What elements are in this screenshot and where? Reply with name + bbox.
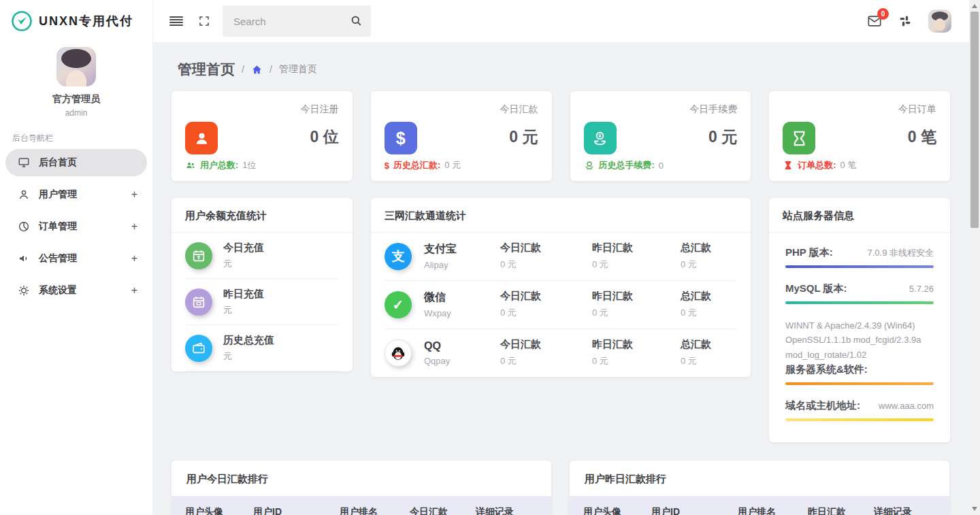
recharge-row-label: 今日充值	[223, 242, 264, 254]
scrollbar-thumb[interactable]	[970, 12, 979, 228]
page-title: 管理首页	[178, 60, 235, 79]
coin-small-icon	[584, 160, 595, 171]
channel-row-alipay: 支 支付宝 Alipay 今日汇款 0 元 昨日汇款 0 元 总汇款 0 元	[385, 233, 737, 281]
logo[interactable]: UNXN专用代付	[0, 0, 152, 39]
sidebar-item-announcements[interactable]: 公告管理 +	[5, 245, 147, 272]
recharge-row-value: 元	[223, 350, 274, 363]
server-domain-row: 域名或主机地址: www.aaa.com	[785, 399, 934, 421]
php-version-value: 7.0.9 非线程安全	[867, 247, 934, 259]
stat-value: 0 位	[310, 127, 339, 148]
pie-icon	[18, 220, 30, 233]
recharge-row-value: 元	[223, 258, 264, 270]
sidebar-item-label: 系统设置	[39, 284, 77, 297]
server-progress-bar	[785, 382, 934, 385]
channel-sub: Wxpay	[424, 308, 500, 318]
column-header: 用户排名	[738, 506, 808, 515]
ranking-card-title: 用户昨日汇款排行	[585, 473, 666, 484]
stat-label: 今日订单	[898, 103, 936, 116]
sidebar-item-users[interactable]: 用户管理 +	[5, 181, 147, 208]
sidebar-user-role: admin	[0, 108, 152, 118]
sidebar-item-orders[interactable]: 订单管理 +	[5, 213, 147, 240]
yesterday-ranking-card: 用户昨日汇款排行 用户头像 用户ID 用户排名 昨日汇款 详细记录	[570, 461, 949, 515]
scroll-up-icon[interactable]	[972, 4, 977, 8]
stat-card-orders: 今日订单 0 笔 订单总数: 0 笔	[769, 91, 950, 181]
stat-bottom-label: 历史总汇款:	[393, 159, 440, 171]
channels-card: 三网汇款通道统计 支 支付宝 Alipay 今日汇款 0 元 昨日汇款 0 元 …	[371, 198, 751, 377]
list-item: 昨日充值 元	[185, 279, 339, 325]
search-input[interactable]	[223, 5, 371, 37]
scrollbar[interactable]	[969, 0, 980, 515]
recharge-row-label: 历史总充值	[223, 334, 274, 347]
alipay-icon: 支	[385, 243, 412, 270]
domain-value: www.aaa.com	[879, 401, 934, 411]
breadcrumb: 管理首页 / / 管理首页	[178, 60, 950, 79]
main-content: 管理首页 / / 管理首页 今日注册 0 位 用户总数: 1位	[153, 42, 969, 515]
stat-card-fees: 今日手续费 0 元 历史总手续费: 0	[570, 91, 751, 181]
user-icon	[18, 188, 30, 201]
calendar-yen-icon	[185, 242, 212, 269]
stat-bottom-label: 订单总数:	[798, 159, 836, 171]
plus-icon[interactable]: +	[131, 284, 137, 297]
wechat-icon: ✓	[385, 291, 412, 318]
channel-col-value: 0 元	[592, 355, 681, 367]
server-software-label: 服务器系统&软件:	[785, 363, 868, 376]
sidebar-item-label: 用户管理	[39, 188, 77, 201]
list-item: 历史总充值 元	[185, 325, 339, 371]
server-php-row: PHP 版本: 7.0.9 非线程安全	[785, 246, 934, 268]
sidebar-avatar[interactable]	[56, 47, 96, 86]
table-header-row: 用户头像 用户ID 用户排名 今日汇款 详细记录	[172, 496, 551, 515]
plus-icon[interactable]: +	[131, 188, 137, 201]
sidebar-user-name: 官方管理员	[0, 93, 152, 105]
mysql-version-value: 5.7.26	[909, 284, 934, 294]
search-icon[interactable]	[350, 14, 363, 27]
menu-toggle-icon[interactable]	[169, 16, 183, 26]
channel-col-value: 0 元	[592, 307, 681, 319]
channel-col-value: 0 元	[500, 259, 592, 271]
channel-col-label: 昨日汇款	[592, 242, 681, 254]
calendar-icon	[185, 288, 212, 316]
column-header: 用户头像	[583, 506, 651, 515]
recharge-card: 用户余额充值统计 今日充值 元	[172, 198, 353, 371]
server-software-line: mod_log_rotate/1.02	[785, 348, 934, 362]
domain-progress-bar	[785, 418, 934, 421]
channel-sub: Qqpay	[424, 356, 500, 366]
channel-col-label: 昨日汇款	[592, 290, 681, 303]
sidebar-item-dashboard[interactable]: 后台首页	[5, 149, 147, 176]
hourglass-icon	[783, 122, 815, 154]
channel-col-value: 0 元	[681, 307, 737, 319]
column-header: 用户ID	[253, 506, 340, 515]
stat-card-remit: 今日汇款 $ 0 元 $ 历史总汇款: 0 元	[371, 91, 552, 181]
plus-icon[interactable]: +	[131, 252, 137, 265]
server-card-title: 站点服务器信息	[783, 210, 854, 221]
sidebar-item-label: 公告管理	[39, 252, 77, 265]
list-item: 今日充值 元	[185, 233, 339, 279]
stat-value: 0 元	[509, 127, 538, 148]
mysql-version-label: MySQL 版本:	[785, 282, 847, 295]
channel-col-label: 昨日汇款	[592, 338, 681, 351]
scroll-down-icon[interactable]	[972, 507, 977, 511]
column-header: 用户ID	[651, 506, 738, 515]
stat-bottom-value: 0 元	[444, 159, 461, 171]
server-info-card: 站点服务器信息 PHP 版本: 7.0.9 非线程安全 MySQL 版本: 5.…	[769, 198, 950, 442]
user-avatar[interactable]	[928, 10, 951, 33]
channel-row-wechat: ✓ 微信 Wxpay 今日汇款 0 元 昨日汇款 0 元 总汇款 0 元	[385, 281, 737, 329]
sidebar-item-settings[interactable]: 系统设置 +	[5, 277, 147, 304]
sidebar: UNXN专用代付 官方管理员 admin 后台导航栏 后台首页 用户管理 + 订…	[0, 0, 153, 515]
mail-button[interactable]: 0	[867, 14, 882, 29]
topbar: 0	[153, 0, 969, 42]
stat-label: 今日汇款	[500, 103, 538, 116]
column-header: 详细记录	[476, 506, 551, 515]
channel-col-value: 0 元	[500, 307, 592, 319]
breadcrumb-separator: /	[242, 64, 244, 75]
plus-icon[interactable]: +	[131, 220, 137, 233]
channel-col-label: 总汇款	[681, 338, 737, 351]
wallet-icon	[185, 335, 212, 362]
today-ranking-card: 用户今日汇款排行 用户头像 用户ID 用户排名 今日汇款 详细记录	[172, 461, 551, 515]
column-header: 昨日汇款	[808, 506, 874, 515]
fullscreen-icon[interactable]	[198, 15, 210, 27]
channel-row-qq: QQ Qqpay 今日汇款 0 元 昨日汇款 0 元 总汇款 0 元	[385, 329, 737, 377]
channel-col-label: 今日汇款	[500, 338, 592, 351]
apps-grid-icon[interactable]	[898, 14, 912, 28]
home-icon[interactable]	[251, 64, 263, 76]
recharge-row-label: 昨日充值	[223, 288, 264, 301]
